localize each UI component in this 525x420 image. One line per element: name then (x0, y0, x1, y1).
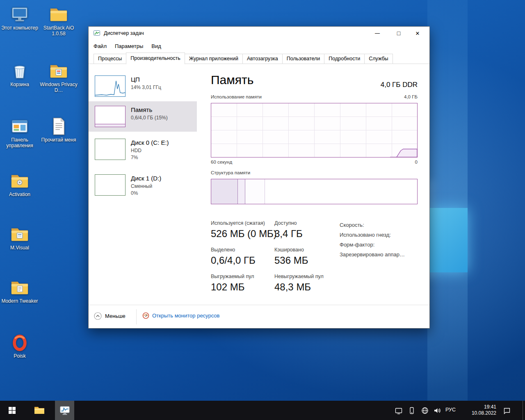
file-explorer-button[interactable] (30, 401, 49, 420)
desktop: Этот компьютер Корзина Панель управления… (0, 0, 525, 420)
info-form-factor: Форм-фактор: (340, 240, 405, 250)
desktop-icon-poisk[interactable]: Poisk (1, 333, 39, 359)
icon-label: Poisk (1, 353, 39, 359)
stat-value: 48,3 МБ (274, 281, 337, 293)
memory-title: Память (131, 106, 168, 113)
close-button[interactable]: ✕ (408, 27, 427, 40)
clock-date: 10.08.2022 (463, 410, 496, 416)
tab-users[interactable]: Пользователи (282, 54, 325, 64)
opera-o-icon (10, 333, 29, 352)
composition-segment-2 (245, 179, 265, 204)
memory-stats: 0,6/4,0 ГБ (15%) (131, 114, 168, 121)
disk0-type: HDD (131, 147, 169, 154)
chart-zero-label: 0 (415, 160, 418, 164)
desktop-icon-recycle-bin[interactable]: Корзина (1, 62, 39, 87)
pane-title: Память (211, 73, 254, 87)
tab-startup[interactable]: Автозагрузка (242, 54, 283, 64)
control-panel-icon (10, 117, 29, 136)
composition-segment-1 (238, 179, 245, 204)
disk1-usage: 0% (131, 190, 161, 197)
maximize-button[interactable]: □ (389, 27, 408, 40)
minimize-button[interactable]: — (368, 27, 387, 40)
sidebar-item-cpu[interactable]: ЦП 14% 3,01 ГГц (89, 71, 197, 101)
desktop-icon-mvisual[interactable]: M.Visual (1, 225, 39, 251)
window-footer: Меньше Открыть монитор ресурсов (89, 305, 429, 328)
sidebar-item-memory[interactable]: Память 0,6/4,0 ГБ (15%) (89, 101, 197, 132)
disk1-type: Сменный (131, 183, 161, 190)
open-resource-monitor-link[interactable]: Открыть монитор ресурсов (142, 312, 219, 319)
desktop-icon-this-pc[interactable]: Этот компьютер (1, 5, 39, 31)
desktop-icon-windows-privacy[interactable]: Windows Privacy D… (40, 62, 78, 94)
stat-value: 526 МБ (0 МБ) (211, 228, 273, 240)
task-manager-window: Диспетчер задач — □ ✕ Файл Параметры Вид… (88, 26, 430, 329)
icon-label: M.Visual (1, 245, 39, 251)
stat-value: 536 МБ (274, 255, 337, 266)
resource-monitor-label: Открыть монитор ресурсов (152, 313, 219, 319)
tab-strip: Процессы Производительность Журнал прило… (89, 52, 429, 64)
phone-icon[interactable] (408, 406, 416, 415)
cpu-thumbnail-graph (95, 75, 126, 97)
composition-segment-3 (265, 179, 417, 204)
taskbar: РУС 19:41 10.08.2022 (0, 401, 525, 420)
task-manager-app-icon (94, 30, 100, 37)
folder-icon (10, 225, 29, 244)
info-speed: Скорость: (340, 220, 405, 230)
fewer-details-button[interactable]: Меньше (94, 312, 126, 320)
desktop-icon-control-panel[interactable]: Панель управления (1, 117, 39, 149)
stat-non-paged-pool: Невыгружаемый пул 48,3 МБ (274, 274, 337, 293)
icon-label: Activation (1, 192, 39, 197)
usage-chart-max: 4,0 ГБ (404, 94, 418, 99)
memory-thumbnail-graph (95, 106, 126, 127)
tab-app-history[interactable]: Журнал приложений (185, 54, 243, 64)
volume-icon[interactable] (433, 406, 441, 415)
tablet-mode-icon[interactable] (395, 406, 403, 415)
network-icon[interactable] (421, 406, 429, 415)
desktop-icon-activation[interactable]: Activation (1, 171, 39, 197)
folder-icon (10, 278, 29, 297)
disk1-text: Диск 1 (D:) Сменный 0% (131, 174, 161, 200)
chart-plot (211, 103, 417, 157)
title-bar[interactable]: Диспетчер задач — □ ✕ (89, 27, 429, 40)
tab-details[interactable]: Подробности (324, 54, 365, 64)
memory-detail-pane: Память 4,0 ГБ DDR Использование памяти 4… (211, 64, 418, 305)
tab-processes[interactable]: Процессы (94, 54, 126, 64)
menu-options[interactable]: Параметры (111, 41, 147, 51)
icon-label: Windows Privacy D… (40, 82, 78, 94)
menu-view[interactable]: Вид (147, 41, 165, 51)
disk0-title: Диск 0 (C: E:) (131, 139, 169, 146)
task-manager-icon (60, 406, 70, 415)
resource-monitor-icon (142, 312, 149, 319)
memory-text: Память 0,6/4,0 ГБ (15%) (131, 106, 168, 132)
desktop-icon-modern-tweaker[interactable]: Modern Tweaker (1, 278, 39, 304)
disk0-usage: 7% (131, 154, 169, 161)
stat-cached: Кэшировано 536 МБ (274, 247, 337, 266)
sidebar-item-disk1[interactable]: Диск 1 (D:) Сменный 0% (89, 170, 197, 200)
desktop-icon-startback[interactable]: StartBack AiO 1.0.58 (40, 5, 78, 37)
hardware-info-labels: Скорость: Использовано гнезд: Форм-факто… (340, 220, 405, 260)
stat-available: Доступно 3,4 ГБ (274, 220, 337, 240)
icon-label: Корзина (1, 82, 39, 87)
task-manager-taskbar-button[interactable] (55, 401, 74, 420)
fewer-details-label: Меньше (105, 313, 126, 319)
menu-bar: Файл Параметры Вид (89, 40, 165, 52)
tab-performance[interactable]: Производительность (126, 52, 185, 64)
memory-capacity: 4,0 ГБ DDR (381, 81, 418, 89)
desktop-icon-readme[interactable]: Прочитай меня (40, 117, 78, 143)
cpu-title: ЦП (131, 76, 161, 83)
stat-label: Выделено (211, 247, 273, 253)
clock[interactable]: 19:41 10.08.2022 (463, 404, 496, 416)
action-center-icon[interactable] (503, 406, 511, 415)
windows-logo-icon (9, 407, 16, 414)
icon-label: Modern Tweaker (1, 298, 39, 304)
icon-label: Панель управления (1, 137, 39, 149)
show-desktop-button[interactable] (523, 401, 525, 420)
usage-chart-header: Использование памяти 4,0 ГБ (211, 94, 418, 99)
sidebar-item-disk0[interactable]: Диск 0 (C: E:) HDD 7% (89, 134, 197, 164)
start-button[interactable] (0, 401, 24, 420)
tab-services[interactable]: Службы (364, 54, 393, 64)
memory-usage-area (390, 149, 417, 157)
stat-label: Кэшировано (274, 247, 337, 253)
window-title: Диспетчер задач (104, 30, 144, 36)
language-indicator[interactable]: РУС (445, 407, 456, 413)
menu-file[interactable]: Файл (89, 41, 111, 51)
